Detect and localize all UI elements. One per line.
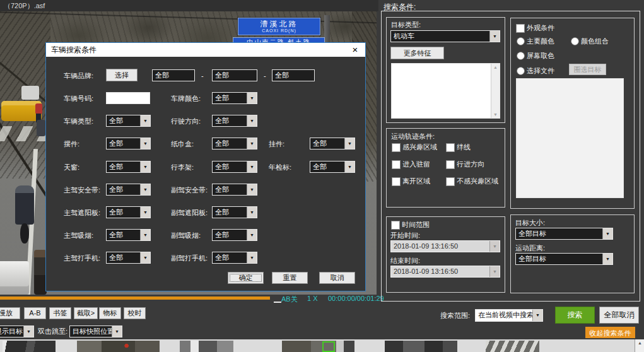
- passenger-phone-label: 副驾打手机:: [171, 254, 208, 262]
- reset-button[interactable]: 重置: [272, 272, 308, 284]
- passenger-smoking-dropdown[interactable]: 全部 ▼: [212, 229, 257, 241]
- dropdown-arrow-icon[interactable]: ▼: [140, 252, 150, 263]
- ornament-dropdown[interactable]: 全部 ▼: [106, 138, 151, 150]
- ok-button[interactable]: 确定: [228, 272, 264, 284]
- target-type-dropdown[interactable]: 机动车 ▼: [390, 30, 500, 42]
- dropdown-arrow-icon[interactable]: ▼: [23, 326, 33, 337]
- cancel-all-button[interactable]: 全部取消: [599, 307, 639, 324]
- jump-to-dropdown[interactable]: 目标快照位置 ▼: [69, 326, 122, 337]
- dropdown-arrow-icon[interactable]: ▼: [247, 161, 257, 172]
- dropdown-arrow-icon[interactable]: ▼: [140, 115, 150, 126]
- dropdown-arrow-icon[interactable]: ▼: [140, 207, 150, 218]
- luggage-rack-dropdown[interactable]: 全部 ▼: [212, 161, 257, 173]
- slow-play-button[interactable]: 慢放: [0, 307, 20, 319]
- move-distance-dropdown[interactable]: 全部目标 ▼: [515, 253, 613, 265]
- checkbox-time-range[interactable]: [391, 221, 400, 230]
- collapse-conditions-button[interactable]: 收起搜索条件: [585, 327, 635, 338]
- dropdown-arrow-icon[interactable]: ▼: [247, 184, 257, 195]
- brand-field-3[interactable]: 全部: [272, 69, 315, 81]
- tissue-box-dropdown[interactable]: 全部 ▼: [212, 138, 257, 150]
- checkbox-appearance[interactable]: [516, 24, 525, 33]
- radio-screen-pick[interactable]: [517, 52, 525, 60]
- dropdown-arrow-icon[interactable]: ▼: [602, 254, 612, 264]
- feature-listbox[interactable]: ▲ ▼: [391, 63, 500, 119]
- dropdown-arrow-icon[interactable]: ▼: [247, 207, 257, 218]
- strip-scroll-up-button[interactable]: ▲: [635, 339, 644, 352]
- dropdown-arrow-icon[interactable]: ▼: [489, 31, 500, 42]
- scroll-up-icon[interactable]: ▲: [491, 65, 500, 69]
- dropdown-arrow-icon[interactable]: ▼: [532, 310, 542, 321]
- brand-field-2[interactable]: 全部: [212, 69, 257, 81]
- plate-color-dropdown[interactable]: 全部 ▼: [212, 92, 257, 104]
- dropdown-arrow-icon[interactable]: ▼: [140, 184, 150, 195]
- vehicle-type-label: 车辆类型:: [64, 117, 93, 126]
- seek-bar[interactable]: [0, 296, 270, 300]
- brand-select-button[interactable]: 选择: [106, 69, 138, 81]
- brand-label: 车辆品牌:: [64, 72, 93, 80]
- result-thumbnail[interactable]: [3, 341, 56, 352]
- dropdown-arrow-icon[interactable]: ▼: [247, 252, 257, 263]
- radio-main-color[interactable]: [517, 37, 525, 45]
- bookmark-button[interactable]: 书签: [49, 307, 71, 319]
- dropdown-arrow-icon[interactable]: ▼: [140, 138, 150, 149]
- passenger-visor-label: 副驾遮阳板:: [171, 209, 208, 217]
- search-scope-dropdown[interactable]: 在当前视频中搜索 ▼: [475, 309, 543, 322]
- radio-choose-file[interactable]: [517, 67, 525, 75]
- seek-handle[interactable]: [274, 302, 281, 303]
- search-button[interactable]: 搜索: [555, 307, 595, 324]
- listbox-scrollbar[interactable]: ▲ ▼: [491, 64, 500, 118]
- start-time-dropdown: 2018-01-09 13:16:50 ▼: [390, 240, 500, 252]
- object-marker-button[interactable]: 物标: [99, 307, 121, 319]
- vehicle-number-input[interactable]: [106, 92, 150, 104]
- checkbox-roi[interactable]: [392, 143, 401, 152]
- radio-color-combo[interactable]: [571, 37, 579, 45]
- checkbox-non-roi[interactable]: [446, 177, 455, 186]
- driver-smoking-dropdown[interactable]: 全部 ▼: [106, 229, 151, 241]
- close-icon[interactable]: ×: [350, 43, 360, 57]
- driver-phone-dropdown[interactable]: 全部 ▼: [106, 252, 151, 264]
- more-features-button[interactable]: 更多特征: [390, 47, 444, 59]
- passenger-belt-dropdown[interactable]: 全部 ▼: [212, 184, 257, 196]
- dropdown-arrow-icon[interactable]: ▼: [247, 230, 257, 240]
- dropdown-arrow-icon[interactable]: ▼: [140, 161, 150, 172]
- sunroof-dropdown[interactable]: 全部 ▼: [106, 161, 151, 173]
- checkbox-enter-stay[interactable]: [392, 160, 401, 169]
- dropdown-arrow-icon[interactable]: ▼: [140, 230, 150, 240]
- target-size-dropdown[interactable]: 全部目标 ▼: [515, 228, 613, 240]
- dropdown-arrow-icon[interactable]: ▼: [344, 161, 354, 172]
- circle-target-button: 圈选目标: [569, 64, 606, 75]
- driver-phone-label: 主驾打手机:: [64, 254, 100, 262]
- passenger-visor-dropdown[interactable]: 全部 ▼: [212, 206, 257, 218]
- result-thumbnail[interactable]: [486, 341, 539, 352]
- result-thumbnail[interactable]: [77, 341, 160, 352]
- checkbox-leave-area[interactable]: [392, 177, 401, 186]
- drive-direction-dropdown[interactable]: 全部 ▼: [212, 115, 257, 127]
- dropdown-arrow-icon[interactable]: ▼: [247, 115, 257, 126]
- dropdown-arrow-icon[interactable]: ▼: [247, 93, 257, 103]
- dropdown-arrow-icon[interactable]: ▼: [344, 138, 354, 149]
- result-thumbnail[interactable]: [180, 341, 233, 352]
- driver-belt-dropdown[interactable]: 全部 ▼: [106, 184, 151, 196]
- checkbox-tripwire[interactable]: [446, 143, 455, 152]
- dropdown-arrow-icon[interactable]: ▼: [602, 228, 612, 239]
- result-thumbnail[interactable]: [282, 341, 354, 352]
- display-target-dropdown[interactable]: 显示目标 ▼: [0, 326, 34, 337]
- time-sync-button[interactable]: 校时: [124, 307, 146, 319]
- red-rider: [35, 103, 42, 114]
- jump-to-label: 双击跳至:: [38, 327, 67, 336]
- capture-button[interactable]: 截取>: [74, 307, 98, 319]
- checkbox-direction[interactable]: [446, 160, 455, 169]
- enter-stay-label: 进入驻留: [402, 160, 430, 168]
- vehicle-type-dropdown[interactable]: 全部 ▼: [106, 115, 151, 127]
- dropdown-arrow-icon[interactable]: ▼: [247, 138, 257, 149]
- driver-visor-dropdown[interactable]: 全部 ▼: [106, 206, 151, 218]
- ab-loop-button[interactable]: A-B: [24, 307, 46, 319]
- inspection-mark-dropdown[interactable]: 全部 ▼: [310, 161, 355, 173]
- brand-field-1[interactable]: 全部: [152, 69, 195, 81]
- passenger-phone-dropdown[interactable]: 全部 ▼: [212, 252, 257, 264]
- cancel-button[interactable]: 取消: [319, 272, 355, 284]
- scroll-down-icon[interactable]: ▼: [491, 112, 500, 117]
- dropdown-arrow-icon[interactable]: ▼: [112, 326, 122, 337]
- pendant-dropdown[interactable]: 全部 ▼: [310, 138, 355, 150]
- result-thumbnail[interactable]: [385, 341, 457, 352]
